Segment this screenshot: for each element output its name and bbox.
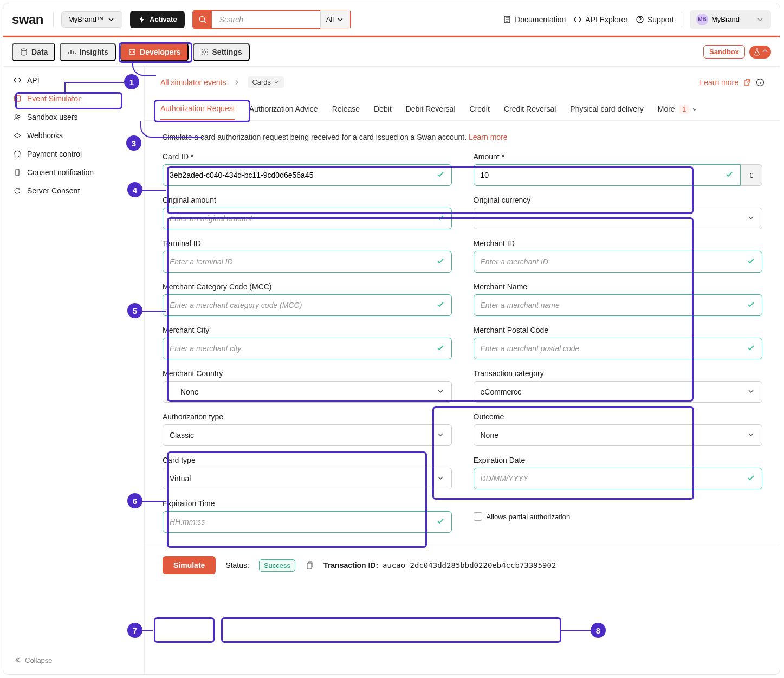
- merchant-postal-input[interactable]: [474, 338, 763, 359]
- data-icon: [20, 48, 28, 56]
- tab-debit[interactable]: Debit: [374, 98, 392, 120]
- description: Simulate a card authorization request be…: [145, 121, 780, 149]
- chevron-down-icon: [273, 79, 280, 86]
- card-type-select[interactable]: Virtual: [163, 468, 452, 489]
- search[interactable]: All: [192, 10, 351, 29]
- sidebar-item-label: API: [27, 76, 40, 85]
- annotation-number: 6: [127, 493, 142, 508]
- field-amount: Amount * €: [474, 152, 763, 186]
- annotation-connector: [142, 190, 166, 191]
- tab-credit-reversal[interactable]: Credit Reversal: [504, 98, 556, 120]
- mainnav: Data Insights Developers Settings Sandbo…: [3, 37, 780, 67]
- description-learn-link[interactable]: Learn more: [469, 133, 508, 141]
- search-icon-box[interactable]: [193, 10, 212, 29]
- annotation-connector: [142, 501, 166, 502]
- tab-more[interactable]: More 1: [658, 98, 698, 120]
- annotation-number: 3: [126, 135, 141, 151]
- tab-credit[interactable]: Credit: [470, 98, 490, 120]
- chevron-down-icon: [436, 430, 445, 441]
- api-explorer-link[interactable]: API Explorer: [573, 15, 628, 24]
- account-menu[interactable]: MB MyBrand: [690, 10, 771, 29]
- users-icon: [13, 113, 22, 121]
- partial-auth-label: Allows partial authorization: [487, 513, 571, 521]
- label: Transaction category: [474, 369, 763, 378]
- nav-settings[interactable]: Settings: [193, 43, 250, 61]
- crumb-cards[interactable]: Cards: [248, 76, 284, 88]
- sidebar-item-event-simulator[interactable]: Event Simulator: [3, 89, 144, 108]
- tab-debit-reversal[interactable]: Debit Reversal: [406, 98, 456, 120]
- merchant-id-input[interactable]: [474, 251, 763, 273]
- nav-data-label: Data: [31, 48, 48, 56]
- sidebar-item-server-consent[interactable]: Server Consent: [3, 182, 144, 200]
- crumb-cards-label: Cards: [252, 78, 271, 86]
- terminal-id-input[interactable]: [163, 251, 452, 273]
- txn-category-select[interactable]: eCommerce: [474, 381, 763, 403]
- sidebar-item-api[interactable]: API: [3, 71, 144, 89]
- svg-rect-9: [16, 169, 19, 176]
- activate-button[interactable]: Activate: [130, 11, 185, 28]
- field-merchant-country: Merchant Country None: [163, 369, 452, 403]
- outcome-select[interactable]: None: [474, 424, 763, 446]
- sidebar-item-label: Sandbox users: [27, 113, 77, 121]
- sidebar-item-webhooks[interactable]: Webhooks: [3, 126, 144, 145]
- sidebar: API Event Simulator Sandbox users Webhoo…: [3, 67, 145, 674]
- sidebar-item-consent-notification[interactable]: Consent notification: [3, 163, 144, 182]
- collapse-button[interactable]: Collapse: [3, 646, 144, 674]
- sidebar-item-label: Server Consent: [27, 186, 80, 195]
- doc-label: Documentation: [515, 15, 566, 24]
- amount-input[interactable]: [474, 164, 741, 186]
- beaker-icon: [753, 48, 761, 56]
- code-icon: [573, 15, 582, 24]
- search-filter[interactable]: All: [320, 10, 350, 29]
- nav-data[interactable]: Data: [12, 43, 55, 61]
- tab-physical[interactable]: Physical card delivery: [570, 98, 643, 120]
- doc-link[interactable]: Documentation: [503, 15, 566, 24]
- sandbox-pill[interactable]: Sandbox: [703, 45, 745, 59]
- original-amount-input[interactable]: [163, 208, 452, 229]
- developers-icon: [128, 48, 137, 56]
- merchant-city-input[interactable]: [163, 338, 452, 359]
- original-currency-select[interactable]: [474, 208, 763, 229]
- label: Merchant Postal Code: [474, 326, 763, 334]
- crumb-all-events[interactable]: All simulator events: [160, 78, 226, 87]
- card-id-input[interactable]: [163, 164, 452, 186]
- nav-insights[interactable]: Insights: [60, 43, 116, 61]
- merchant-country-select[interactable]: None: [163, 381, 452, 403]
- partial-auth-checkbox[interactable]: [474, 512, 482, 521]
- check-icon: [725, 170, 734, 180]
- check-icon: [436, 344, 445, 354]
- copy-icon[interactable]: [305, 561, 314, 570]
- label: Original currency: [474, 196, 763, 204]
- simulate-button[interactable]: Simulate: [163, 556, 216, 574]
- info-icon[interactable]: [756, 78, 764, 87]
- phone-icon: [13, 168, 22, 177]
- learn-more-link[interactable]: Learn more: [699, 78, 738, 87]
- annotation-number: 1: [124, 74, 139, 89]
- exp-date-input[interactable]: [474, 468, 763, 489]
- api-explorer-label: API Explorer: [585, 15, 628, 24]
- check-icon: [747, 257, 755, 267]
- tab-auth-advice[interactable]: Authorization Advice: [249, 98, 318, 120]
- exp-time-input[interactable]: [163, 511, 452, 533]
- mcc-input[interactable]: [163, 294, 452, 316]
- chevron-down-icon: [436, 387, 445, 397]
- check-icon: [436, 300, 445, 311]
- simulator-icon: [13, 94, 22, 103]
- sidebar-item-payment-control[interactable]: Payment control: [3, 145, 144, 163]
- field-original-amount: Original amount: [163, 196, 452, 229]
- field-card-id: Card ID *: [163, 152, 452, 186]
- nav-developers[interactable]: Developers: [120, 43, 188, 61]
- sidebar-item-sandbox-users[interactable]: Sandbox users: [3, 108, 144, 126]
- label: Merchant City: [163, 326, 452, 334]
- support-link[interactable]: Support: [636, 15, 674, 24]
- tab-release[interactable]: Release: [332, 98, 360, 120]
- brand-selector[interactable]: MyBrand™: [61, 11, 122, 28]
- merchant-name-input[interactable]: [474, 294, 763, 316]
- chevron-down-icon: [747, 214, 755, 224]
- tab-auth-request[interactable]: Authorization Request: [160, 98, 235, 120]
- auth-type-select[interactable]: Classic: [163, 424, 452, 446]
- search-input[interactable]: [212, 15, 320, 24]
- env-toggle[interactable]: [749, 46, 771, 59]
- field-merchant-name: Merchant Name: [474, 282, 763, 316]
- check-icon: [747, 300, 755, 311]
